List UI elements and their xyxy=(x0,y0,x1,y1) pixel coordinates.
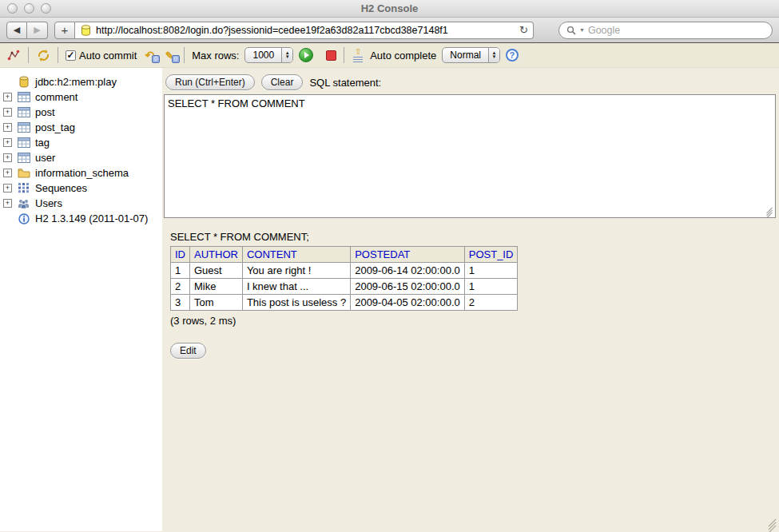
max-rows-select[interactable]: 1000 ▲▼ xyxy=(244,47,293,63)
h2-toolbar: ✓ Auto commit ↶ 0 ✎ 0 Max rows: 1000 ▲▼ … xyxy=(0,43,779,68)
table-icon xyxy=(17,137,30,149)
back-button[interactable]: ◀ xyxy=(6,22,27,39)
refresh-icon[interactable] xyxy=(36,48,50,62)
sql-editor-wrap: SELECT * FROM COMMENT xyxy=(162,94,776,218)
auto-complete-value: Normal xyxy=(443,48,488,62)
sidebar-item-post-tag[interactable]: +post_tag xyxy=(0,120,162,135)
max-rows-value: 1000 xyxy=(245,48,281,62)
database-tree: jdbc:h2:mem:play+comment+post+post_tag+t… xyxy=(0,68,162,531)
sidebar-item-jdbc-h2-mem-play[interactable]: jdbc:h2:mem:play xyxy=(0,74,162,89)
tree-item-label[interactable]: H2 1.3.149 (2011-01-07) xyxy=(35,212,148,224)
commit-icon[interactable]: ✎ 0 xyxy=(162,48,177,62)
query-echo: SELECT * FROM COMMENT; xyxy=(170,231,779,243)
textarea-resize-grip-icon[interactable] xyxy=(765,208,773,216)
auto-complete-label: Auto complete xyxy=(370,50,436,62)
database-icon xyxy=(17,76,30,88)
table-cell: 1 xyxy=(464,279,518,295)
forward-button[interactable]: ▶ xyxy=(27,22,48,39)
table-cell: I knew that ... xyxy=(242,279,350,295)
disconnect-icon[interactable] xyxy=(6,48,21,62)
reload-icon[interactable]: ↻ xyxy=(519,24,528,36)
edit-button[interactable]: Edit xyxy=(170,343,206,359)
auto-commit-checkbox[interactable]: ✓ xyxy=(66,50,76,61)
auto-complete-icon: ⇧ xyxy=(352,49,364,62)
address-bar[interactable]: http://localhost:8082/login.do?jsessioni… xyxy=(75,22,534,39)
browser-toolbar: ◀ ▶ + http://localhost:8082/login.do?jse… xyxy=(0,18,779,43)
sidebar-item-tag[interactable]: +tag xyxy=(0,135,162,150)
expand-toggle-icon[interactable]: + xyxy=(3,184,12,193)
column-header-content[interactable]: CONTENT xyxy=(242,247,350,263)
stop-icon[interactable] xyxy=(326,50,336,61)
table-row: 1GuestYou are right !2009-06-14 02:00:00… xyxy=(171,263,518,279)
help-icon[interactable]: ? xyxy=(506,49,519,62)
url-group: + http://localhost:8082/login.do?jsessio… xyxy=(54,22,552,39)
close-window-button[interactable] xyxy=(7,3,18,14)
main-panel: Run (Ctrl+Enter) Clear SQL statement: SE… xyxy=(162,68,779,531)
sidebar-item-comment[interactable]: +comment xyxy=(0,89,162,105)
url-text[interactable]: http://localhost:8082/login.do?jsessioni… xyxy=(96,25,515,36)
expand-toggle-icon[interactable]: + xyxy=(3,153,12,162)
tree-item-label[interactable]: user xyxy=(35,152,55,164)
column-header-post_id[interactable]: POST_ID xyxy=(464,247,518,263)
clear-button[interactable]: Clear xyxy=(261,74,304,90)
forward-icon: ▶ xyxy=(34,25,40,35)
sidebar-item-sequences[interactable]: +Sequences xyxy=(0,181,162,196)
expand-toggle-icon[interactable]: + xyxy=(3,199,12,208)
tree-item-label[interactable]: comment xyxy=(35,91,78,103)
run-button[interactable]: Run (Ctrl+Enter) xyxy=(165,74,255,90)
tree-item-label[interactable]: post xyxy=(35,106,55,118)
sidebar-item-post[interactable]: +post xyxy=(0,105,162,120)
tree-item-label[interactable]: Sequences xyxy=(35,182,87,194)
table-cell: Tom xyxy=(190,295,243,311)
window-resize-grip-icon[interactable] xyxy=(767,520,777,530)
toolbar-separator xyxy=(28,47,29,63)
auto-commit-label: Auto commit xyxy=(79,50,137,62)
tree-item-label[interactable]: post_tag xyxy=(35,121,75,133)
stepper-icon: ▲▼ xyxy=(488,48,499,62)
toolbar-separator xyxy=(184,47,185,63)
stepper-icon: ▲▼ xyxy=(281,48,292,62)
column-header-id[interactable]: ID xyxy=(171,247,190,263)
run-icon[interactable] xyxy=(299,48,313,62)
tree-item-label[interactable]: tag xyxy=(35,137,50,149)
expand-toggle-icon[interactable]: + xyxy=(3,169,12,177)
tree-item-label[interactable]: information_schema xyxy=(35,167,129,179)
back-icon: ◀ xyxy=(14,25,20,35)
rollback-icon[interactable]: ↶ 0 xyxy=(142,48,157,62)
table-cell: 2 xyxy=(171,279,190,295)
toolbar-separator xyxy=(58,47,58,63)
search-input[interactable]: ▼ Google xyxy=(558,22,773,39)
table-icon xyxy=(17,121,30,133)
zoom-window-button[interactable] xyxy=(41,3,51,14)
search-options-caret-icon[interactable]: ▼ xyxy=(579,27,585,33)
column-header-author[interactable]: AUTHOR xyxy=(190,247,243,263)
auto-complete-select[interactable]: Normal ▲▼ xyxy=(442,47,500,63)
folder-icon xyxy=(17,167,30,179)
table-cell: 2009-06-14 02:00:00.0 xyxy=(351,263,465,279)
sidebar-item-h2-1-3-149-2011-01-07[interactable]: H2 1.3.149 (2011-01-07) xyxy=(0,211,162,226)
expand-toggle-icon[interactable]: + xyxy=(3,108,12,117)
results-panel: SELECT * FROM COMMENT; IDAUTHORCONTENTPO… xyxy=(170,231,779,359)
sql-input[interactable]: SELECT * FROM COMMENT xyxy=(164,94,776,218)
traffic-lights xyxy=(7,3,51,14)
expand-toggle-icon[interactable]: + xyxy=(3,123,12,132)
tree-item-label[interactable]: jdbc:h2:mem:play xyxy=(35,76,117,88)
rollback-count-badge: 0 xyxy=(152,55,160,63)
content: jdbc:h2:mem:play+comment+post+post_tag+t… xyxy=(0,68,779,531)
table-cell: Mike xyxy=(190,279,243,295)
expand-toggle-icon[interactable]: + xyxy=(3,138,12,147)
column-header-postedat[interactable]: POSTEDAT xyxy=(351,247,465,263)
tree-item-label[interactable]: Users xyxy=(35,197,62,209)
expand-toggle-icon[interactable]: + xyxy=(3,93,12,101)
table-row: 2MikeI knew that ...2009-06-15 02:00:00.… xyxy=(171,279,518,295)
table-cell: 1 xyxy=(171,263,190,279)
table-cell: You are right ! xyxy=(242,263,350,279)
commit-count-badge: 0 xyxy=(172,55,180,63)
sidebar-item-user[interactable]: +user xyxy=(0,150,162,165)
minimize-window-button[interactable] xyxy=(24,3,34,14)
sidebar-item-users[interactable]: +Users xyxy=(0,196,162,211)
favicon-database-icon xyxy=(80,24,92,36)
auto-commit-control[interactable]: ✓ Auto commit xyxy=(66,50,137,62)
sidebar-item-information-schema[interactable]: +information_schema xyxy=(0,165,162,181)
new-tab-button[interactable]: + xyxy=(54,22,75,39)
